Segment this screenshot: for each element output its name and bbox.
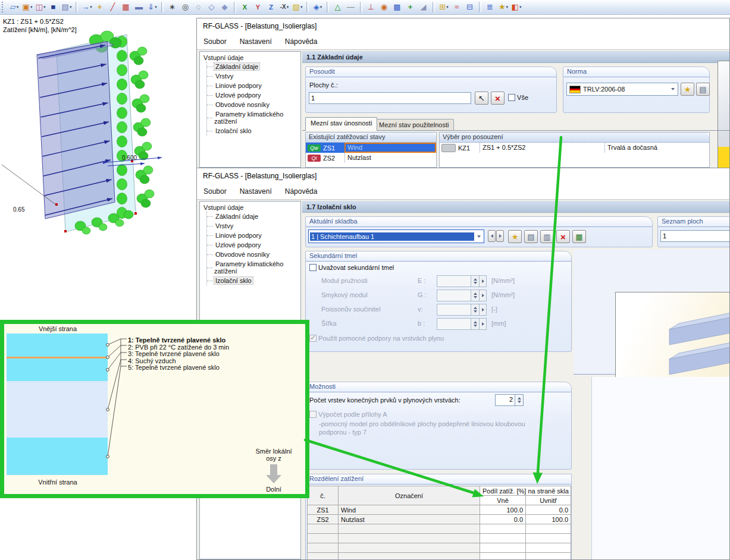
pick-surfaces-button[interactable]: ↖ bbox=[475, 92, 488, 105]
tree-item[interactable]: Parametry klimatického zatížení bbox=[207, 259, 299, 276]
copy-block-icon[interactable]: ▤▾ bbox=[61, 1, 73, 13]
color-scale-icon[interactable]: ◧▾ bbox=[510, 1, 522, 13]
cell-inside-share[interactable]: 0.0 bbox=[526, 505, 571, 515]
move-objects-icon[interactable]: + bbox=[405, 1, 416, 13]
tree-item-liniove-podpory[interactable]: Liniové podpory bbox=[214, 82, 263, 89]
column-header-span[interactable]: Podíl zatíž. [%] na straně skla bbox=[480, 486, 571, 496]
delete-surfaces-button[interactable]: × bbox=[491, 92, 505, 105]
new-model-icon[interactable]: ▱▾ bbox=[8, 1, 20, 13]
wireframe-icon[interactable]: ◇ bbox=[206, 1, 218, 13]
tree-item-izolacni-sklo[interactable]: Izolační sklo bbox=[214, 277, 253, 284]
tab-mezni-stav-unosnosti[interactable]: Mezní stav únosnosti bbox=[305, 117, 377, 131]
tree-item-izolacni-sklo[interactable]: Izolační sklo bbox=[214, 127, 253, 134]
insert-member-icon[interactable]: ╱ bbox=[107, 1, 119, 13]
copy-composition-button[interactable]: ▥ bbox=[540, 230, 554, 243]
combo-arrow-icon[interactable] bbox=[671, 88, 675, 90]
toolbar-grip[interactable] bbox=[2, 2, 5, 12]
spinner-arrows[interactable] bbox=[515, 394, 524, 406]
new-composition-button[interactable]: ★ bbox=[508, 230, 522, 243]
tree-item-liniove-podpory[interactable]: Liniové podpory bbox=[214, 232, 263, 239]
tree-item[interactable]: Uzlové podpory bbox=[207, 240, 299, 250]
spinner-value[interactable]: 2 bbox=[495, 394, 515, 406]
fe-layers-spinner[interactable]: 2 bbox=[495, 394, 524, 406]
edit-composition-button[interactable]: ▤ bbox=[524, 230, 538, 243]
menu-nastaveni[interactable]: Nastavení bbox=[233, 185, 278, 198]
tree-item-zakladni-udaje[interactable]: Základní údaje bbox=[214, 63, 259, 70]
insert-solid-icon[interactable]: ▬ bbox=[133, 1, 145, 13]
tree-item-obvodove-nosniky[interactable]: Obvodové nosníky bbox=[214, 251, 271, 258]
delete-composition-button[interactable]: × bbox=[556, 230, 570, 243]
tree-root[interactable]: Vstupní údaje bbox=[202, 203, 299, 212]
surface-list-input[interactable] bbox=[660, 230, 729, 242]
tree-item[interactable]: Parametry klimatického zatížení bbox=[207, 109, 299, 126]
cell-outside-share[interactable]: 0.0 bbox=[480, 515, 526, 524]
menu-napoveda[interactable]: Nápověda bbox=[278, 185, 324, 198]
render-mesh-icon[interactable]: ◫▾ bbox=[35, 1, 46, 13]
model-3d-viewport[interactable]: 0.600 0.65 KZ1 : ZS1 + 0.5*ZS2 Zatížení … bbox=[0, 17, 199, 254]
spinner-side-button[interactable] bbox=[480, 275, 487, 287]
show-results-icon[interactable]: ◉ bbox=[378, 1, 390, 13]
all-surfaces-checkbox[interactable]: Vše bbox=[508, 94, 528, 101]
tree-item-vrstvy[interactable]: Vrstvy bbox=[214, 73, 234, 80]
column-header-outside[interactable]: Vně bbox=[480, 496, 526, 505]
open-project-icon[interactable]: ▣▾ bbox=[21, 1, 33, 13]
printout-report-icon[interactable]: ≣ bbox=[484, 1, 496, 13]
consider-sealant-checkbox[interactable]: Uvažovat sekundární tmel bbox=[309, 264, 394, 271]
menu-soubor[interactable]: Soubor bbox=[197, 185, 233, 198]
spinner-arrows[interactable] bbox=[471, 304, 480, 316]
isometric-view-icon[interactable]: ◈▾ bbox=[312, 1, 324, 13]
cell-load-case[interactable]: ZS1 bbox=[308, 505, 339, 515]
menu-napoveda[interactable]: Nápověda bbox=[278, 35, 324, 48]
tree-item-parametry-klimatickeho-zatizeni[interactable]: Parametry klimatického zatížení bbox=[214, 111, 283, 125]
next-composition-button[interactable] bbox=[496, 230, 504, 242]
measure-icon[interactable]: — bbox=[345, 1, 357, 13]
tree-item[interactable]: Vrstvy bbox=[207, 221, 299, 231]
column-header-name[interactable]: Označení bbox=[339, 486, 480, 505]
cell-outside-share[interactable]: 100.0 bbox=[480, 505, 526, 515]
solid-view-icon[interactable]: ■ bbox=[48, 1, 59, 13]
tree-item[interactable]: Liniové podpory bbox=[207, 81, 299, 90]
tree-item[interactable]: Uzlové podpory bbox=[207, 90, 299, 100]
tables-icon[interactable]: ⊟ bbox=[464, 1, 476, 13]
edit-norm-button[interactable]: ▤ bbox=[696, 83, 710, 96]
checkbox-icon[interactable] bbox=[508, 94, 515, 101]
tree-item[interactable]: Izolační sklo bbox=[207, 276, 299, 285]
cell-load-case[interactable]: ZS2 bbox=[308, 515, 339, 524]
column-header-inside[interactable]: Uvnitř bbox=[526, 496, 571, 505]
new-norm-button[interactable]: ★ bbox=[681, 83, 694, 96]
zoom-region-icon[interactable]: ◌ bbox=[193, 1, 205, 13]
spinner-arrows[interactable] bbox=[471, 318, 480, 330]
tree-item[interactable]: Liniové podpory bbox=[207, 231, 299, 240]
tree-item[interactable]: Izolační sklo bbox=[207, 126, 299, 136]
tree-item[interactable]: Vrstvy bbox=[207, 71, 299, 81]
menu-soubor[interactable]: Soubor bbox=[197, 35, 233, 48]
spinner-value[interactable] bbox=[437, 290, 471, 301]
tree-root[interactable]: Vstupní údaje bbox=[202, 54, 299, 62]
tree-item-parametry-klimatickeho-zatizeni[interactable]: Parametry klimatického zatížení bbox=[214, 260, 283, 275]
spinner-value[interactable] bbox=[437, 304, 471, 316]
pan-view-icon[interactable]: ∗ bbox=[167, 1, 178, 13]
column-header-no[interactable]: č. bbox=[308, 486, 339, 505]
tree-item[interactable]: Základní údaje bbox=[207, 62, 299, 71]
field-spinner[interactable] bbox=[437, 318, 487, 330]
previous-composition-button[interactable] bbox=[488, 230, 496, 242]
shaded-model-icon[interactable]: ◆ bbox=[219, 1, 231, 13]
spinner-side-button[interactable] bbox=[480, 290, 487, 301]
spinner-side-button[interactable] bbox=[480, 318, 487, 330]
view-x-icon[interactable]: X bbox=[239, 1, 251, 13]
field-spinner[interactable] bbox=[437, 290, 487, 301]
cell-description[interactable]: Wind bbox=[339, 505, 480, 515]
clipping-plane-icon[interactable]: ◢ bbox=[418, 1, 430, 13]
combination-row-kz1[interactable]: KZ1ZS1 + 0.5*ZS2Trvalá a dočasná bbox=[440, 143, 709, 153]
spinner-arrows[interactable] bbox=[471, 290, 480, 301]
window-title[interactable]: RF-GLASS - [Belastung_Isolierglas] bbox=[197, 18, 729, 34]
load-case-row-zs2[interactable]: QiZS2Nutzlast bbox=[306, 153, 436, 163]
combo-arrow-icon[interactable] bbox=[477, 235, 481, 238]
cell-inside-share[interactable]: 100.0 bbox=[526, 515, 571, 524]
show-colors-icon[interactable]: ▩ bbox=[391, 1, 403, 13]
tab-mezni-stav-pouzitelnosti[interactable]: Mezní stav použitelnosti bbox=[374, 119, 454, 131]
show-supports-icon[interactable]: ⊥ bbox=[365, 1, 377, 13]
composition-combobox[interactable]: 1 | Schichtenaufbau 1 bbox=[308, 229, 484, 243]
load-case-row-zs1[interactable]: QwZS1Wind bbox=[306, 143, 436, 153]
field-spinner[interactable] bbox=[437, 275, 487, 287]
